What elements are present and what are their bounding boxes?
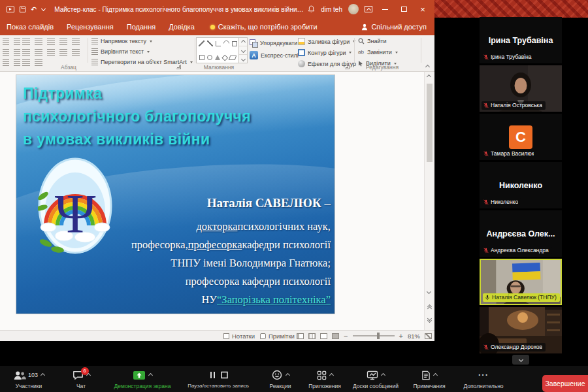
shape-circle-icon[interactable] xyxy=(207,55,212,60)
shape-square-icon[interactable] xyxy=(199,55,204,60)
shape-arc-icon[interactable] xyxy=(222,39,231,48)
ribbon-display-options-icon[interactable] xyxy=(365,6,372,12)
chevron-up-icon[interactable] xyxy=(329,372,333,377)
numbering-icon[interactable] xyxy=(35,39,42,45)
zoom-in-icon[interactable]: + xyxy=(399,332,403,340)
reactions-button[interactable]: Реакции xyxy=(259,370,302,389)
zoom-level[interactable]: 81% xyxy=(408,333,420,340)
replace-button[interactable]: abЗамінити xyxy=(358,49,398,56)
shape-line-icon[interactable] xyxy=(199,41,204,46)
participant-tile[interactable]: Ірина Трубавіна Ірина Трубавіна xyxy=(480,17,562,63)
line-spacing-icon[interactable] xyxy=(72,39,80,45)
save-icon[interactable] xyxy=(20,7,25,12)
align-right-icon[interactable] xyxy=(47,49,55,56)
find-button[interactable]: Знайти xyxy=(358,38,387,44)
gallery-more-button[interactable] xyxy=(239,55,247,63)
more-button[interactable]: ··· Дополнительно xyxy=(456,370,511,389)
gallery-scroll-up[interactable] xyxy=(239,38,247,46)
tell-me-box[interactable]: Скажіть, що потрібно зробити xyxy=(210,23,318,31)
chevron-up-icon[interactable] xyxy=(381,372,385,377)
shape-line-icon[interactable] xyxy=(207,41,213,46)
align-left-icon[interactable] xyxy=(22,49,30,56)
notes-toggle[interactable]: Нотатки xyxy=(221,331,257,341)
shape-diamond-icon[interactable] xyxy=(221,54,227,60)
tab-review[interactable]: Рецензування xyxy=(60,18,120,35)
close-button[interactable]: × xyxy=(416,0,429,18)
participant-tile[interactable]: Андрєєва Олек... Андреєва Олександра xyxy=(480,210,562,257)
comments-toggle[interactable]: Примітки xyxy=(257,331,297,341)
share-button[interactable]: Спільний доступ xyxy=(361,23,434,31)
font-tool-icon[interactable] xyxy=(14,39,20,45)
shape-parallelogram-icon[interactable] xyxy=(229,56,237,60)
undo-icon[interactable]: ↶ xyxy=(31,6,37,13)
bullets-icon[interactable] xyxy=(22,39,30,45)
columns-icon[interactable] xyxy=(72,49,80,56)
tab-help[interactable]: Довідка xyxy=(162,18,201,35)
indent-decrease-icon[interactable] xyxy=(47,39,55,45)
chevron-up-icon[interactable] xyxy=(41,372,45,377)
shape-rectangle-icon[interactable] xyxy=(232,41,237,46)
previous-slide-button[interactable] xyxy=(427,302,433,312)
arrange-button[interactable]: Упорядкувати xyxy=(250,39,303,47)
text-direction-button[interactable]: Напрямок тексту xyxy=(91,38,152,44)
paragraph-tool-icon[interactable] xyxy=(22,59,30,66)
maximize-button[interactable] xyxy=(397,0,410,18)
signed-in-user[interactable]: dim teh xyxy=(321,6,342,13)
chevron-up-icon[interactable] xyxy=(433,372,438,377)
bell-icon[interactable] xyxy=(308,5,315,13)
gallery-scroll-down[interactable] xyxy=(239,46,247,55)
shape-fill-button[interactable]: Заливка фігури xyxy=(298,38,355,45)
scroll-up-icon[interactable] xyxy=(427,74,431,79)
font-tool-icon[interactable] xyxy=(14,49,20,56)
minimize-button[interactable] xyxy=(378,0,391,18)
collapse-ribbon-icon[interactable] xyxy=(425,65,430,69)
tab-view[interactable]: Подання xyxy=(120,18,162,35)
collapse-videos-button[interactable] xyxy=(512,355,529,365)
participant-tile[interactable]: C Тамара Василюк xyxy=(480,114,562,160)
zoom-slider-thumb[interactable] xyxy=(377,333,380,339)
scroll-down-icon[interactable] xyxy=(427,289,431,294)
participant-tile[interactable]: Николенко Николенко xyxy=(480,162,562,208)
reading-view-icon[interactable] xyxy=(320,333,327,339)
qat-customize-chevron-icon[interactable] xyxy=(41,6,46,10)
shape-elbow-icon[interactable] xyxy=(216,41,221,46)
chat-button[interactable]: 6 Чат xyxy=(60,370,102,389)
whiteboards-button[interactable]: Доски сообщений xyxy=(348,370,404,389)
slideshow-icon[interactable] xyxy=(7,7,14,12)
tab-slide-show[interactable]: Показ слайдів xyxy=(0,18,60,35)
notes-button[interactable]: Примечания xyxy=(406,370,452,389)
indent-increase-icon[interactable] xyxy=(59,39,67,45)
record-controls[interactable]: Пауза/остановить запись xyxy=(184,370,252,389)
align-text-button[interactable]: Вирівняти текст xyxy=(91,48,150,55)
apps-button[interactable]: Приложения xyxy=(303,370,346,389)
font-tool-icon[interactable] xyxy=(3,39,9,45)
end-meeting-button[interactable]: Завершение xyxy=(542,375,588,392)
align-center-icon[interactable] xyxy=(35,49,42,56)
quick-styles-button[interactable]: AЕкспрес-стилі xyxy=(250,51,304,59)
scrollbar-thumb[interactable] xyxy=(427,84,433,162)
slideshow-view-icon[interactable] xyxy=(332,333,339,339)
slide-sorter-view-icon[interactable] xyxy=(308,333,316,339)
chevron-up-icon[interactable] xyxy=(148,372,153,377)
paragraph-dialog-launcher[interactable] xyxy=(176,65,181,69)
font-tool-icon[interactable] xyxy=(14,59,20,66)
vertical-scrollbar[interactable] xyxy=(424,72,434,330)
user-avatar[interactable] xyxy=(348,4,359,14)
shape-outline-button[interactable]: Контур фігури xyxy=(298,49,351,56)
shape-triangle-icon[interactable] xyxy=(215,55,220,60)
chevron-up-icon[interactable] xyxy=(285,372,289,377)
zoom-out-icon[interactable]: − xyxy=(344,332,348,340)
font-tool-icon[interactable] xyxy=(3,49,9,56)
screen-share-button[interactable]: Демонстрация экрана xyxy=(105,370,180,389)
slide-canvas[interactable]: Підтримка психологічного благополуччя в … xyxy=(16,75,335,314)
shapes-gallery[interactable] xyxy=(196,37,239,63)
participants-button[interactable]: 103 Участники xyxy=(1,370,56,389)
justify-icon[interactable] xyxy=(59,49,67,56)
participant-tile[interactable]: Наталія Островська xyxy=(480,65,562,112)
next-slide-button[interactable] xyxy=(427,315,433,325)
zoom-slider[interactable] xyxy=(353,335,395,336)
normal-view-icon[interactable] xyxy=(297,333,304,339)
fit-slide-icon[interactable] xyxy=(425,333,432,339)
font-tool-icon[interactable] xyxy=(3,59,9,66)
participant-tile-active-speaker[interactable]: Наталія Савелюк (ТНПУ) xyxy=(480,259,562,305)
